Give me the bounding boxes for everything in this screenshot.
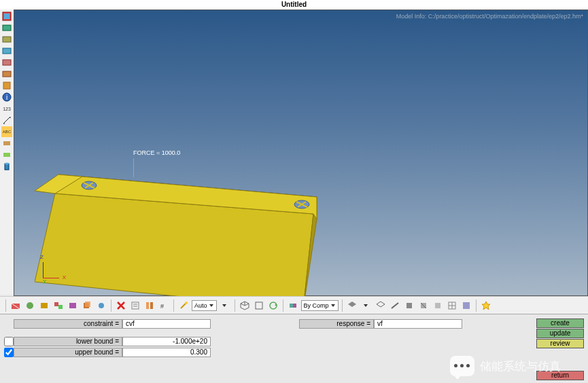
line-tool-icon[interactable] (389, 299, 401, 312)
svg-marker-58 (377, 302, 385, 307)
review-button[interactable]: review (536, 339, 584, 348)
svg-marker-57 (348, 302, 356, 307)
model-info-label: Model Info: C:/practice/optistruct/Optim… (396, 13, 583, 20)
svg-rect-31 (41, 303, 48, 308)
return-button[interactable]: return (536, 371, 584, 380)
favorites-icon[interactable] (480, 299, 492, 312)
upper-bound-value[interactable]: 0.300 (122, 348, 211, 357)
title-bar: Untitled (0, 0, 588, 10)
svg-rect-60 (407, 303, 412, 308)
color-mode-selector[interactable]: By Comp (301, 300, 339, 311)
svg-rect-4 (3, 48, 11, 54)
delete-icon[interactable] (115, 299, 127, 312)
svg-rect-1 (4, 14, 10, 19)
upper-bound-label: upper bound = (14, 348, 122, 357)
entity-icon-4[interactable] (1, 57, 12, 68)
renumber-icon[interactable]: # (158, 299, 170, 312)
perspective-icon[interactable] (460, 299, 472, 312)
display-solid-icon[interactable] (81, 299, 93, 312)
shrink-icon[interactable] (403, 299, 415, 312)
constraint-panel: constraint = cvf lower bound = -1.000e+2… (0, 314, 588, 383)
auto-selector[interactable]: Auto (192, 300, 217, 311)
constraint-value[interactable]: cvf (122, 319, 211, 329)
lower-bound-checkbox[interactable] (4, 337, 14, 346)
lower-bound-label: lower bound = (14, 337, 122, 346)
entity-icon-5[interactable] (1, 69, 12, 79)
numbers-icon[interactable]: 123 (1, 103, 12, 114)
svg-point-16 (5, 163, 9, 165)
create-button[interactable]: create (536, 318, 584, 328)
svg-marker-68 (482, 302, 490, 310)
svg-text:#: # (160, 303, 164, 310)
svg-rect-32 (54, 302, 58, 306)
upper-bound-checkbox[interactable] (4, 348, 14, 357)
svg-line-10 (3, 117, 10, 124)
update-button[interactable]: update (536, 329, 584, 338)
svg-rect-44 (150, 302, 153, 309)
y-axis: Y (43, 278, 46, 285)
expand-icon[interactable] (219, 299, 231, 312)
force-annotation: FORCE = 1000.0 (133, 149, 180, 156)
svg-rect-6 (3, 71, 11, 77)
svg-rect-36 (85, 302, 90, 307)
svg-rect-55 (290, 304, 293, 308)
svg-rect-43 (146, 302, 149, 309)
svg-rect-33 (58, 305, 63, 309)
entity-icon-8[interactable] (1, 149, 12, 160)
svg-rect-67 (463, 302, 470, 309)
display-node-icon[interactable] (24, 299, 36, 312)
display-comp-icon[interactable] (52, 299, 65, 312)
measure-icon[interactable] (1, 115, 12, 126)
display-surf-icon[interactable] (67, 299, 79, 312)
svg-rect-2 (3, 25, 11, 31)
entity-icon-3[interactable] (1, 45, 12, 56)
view-front-icon[interactable] (253, 299, 265, 312)
info-icon[interactable]: i (1, 92, 12, 103)
bycomp-toggle[interactable] (287, 299, 299, 312)
entity-icon-1[interactable] (1, 22, 12, 33)
response-value[interactable]: vf (374, 319, 462, 329)
view-iso-icon[interactable] (239, 299, 251, 312)
bottom-toolbar: # Auto By Comp (0, 296, 588, 314)
display-point-icon[interactable] (95, 299, 107, 312)
entity-icon-6[interactable] (1, 80, 12, 91)
svg-rect-5 (3, 60, 11, 65)
z-axis (43, 262, 44, 278)
viewport-3d[interactable]: Model Info: C:/practice/optistruct/Optim… (14, 10, 588, 296)
card-edit-icon[interactable] (129, 299, 141, 312)
svg-rect-34 (69, 303, 76, 308)
lower-bound-value[interactable]: -1.000e+20 (122, 337, 211, 346)
left-toolbar: i 123 ABC (0, 10, 14, 295)
svg-line-50 (241, 304, 245, 306)
view-refresh-icon[interactable] (267, 299, 279, 312)
wand-icon[interactable] (177, 299, 190, 312)
hidden-line-icon[interactable] (417, 299, 430, 312)
transparent-icon[interactable] (432, 299, 444, 312)
shade-dropdown-icon[interactable] (360, 299, 373, 312)
svg-point-37 (99, 303, 104, 308)
svg-rect-14 (3, 153, 10, 157)
svg-rect-3 (3, 37, 11, 42)
panel-buttons: create update review (536, 318, 584, 348)
mesh-lines-icon[interactable] (446, 299, 458, 312)
model-plate (35, 166, 341, 309)
cylinder-icon[interactable] (1, 161, 12, 172)
entity-mask-icon[interactable] (1, 11, 12, 22)
wire-icon[interactable] (375, 299, 387, 312)
abc-icon[interactable]: ABC (1, 126, 12, 137)
svg-line-59 (392, 303, 398, 308)
svg-rect-40 (132, 302, 139, 309)
svg-rect-7 (3, 82, 10, 89)
svg-point-30 (27, 302, 33, 309)
entity-icon-7[interactable] (1, 138, 12, 149)
axis-triad: Y (29, 258, 63, 292)
shade-icon[interactable] (346, 299, 358, 312)
mask-icon[interactable] (10, 299, 22, 312)
svg-rect-52 (256, 302, 262, 309)
organize-icon[interactable] (143, 299, 156, 312)
svg-line-51 (245, 304, 249, 306)
display-elem-icon[interactable] (38, 299, 50, 312)
svg-rect-13 (3, 141, 10, 145)
svg-point-47 (185, 302, 188, 304)
entity-icon-2[interactable] (1, 34, 12, 45)
